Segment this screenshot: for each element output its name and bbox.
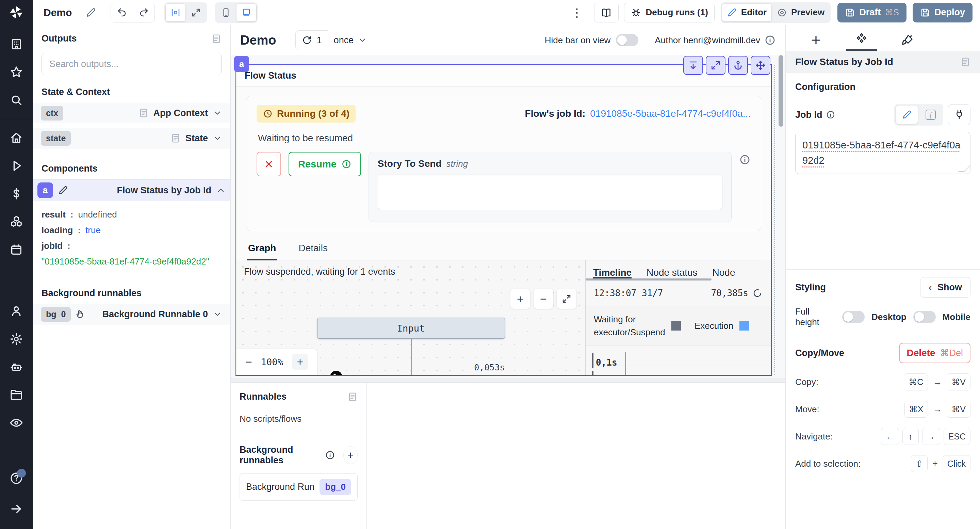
desktop-mobile-toggle[interactable] <box>913 311 936 323</box>
show-styling-button[interactable]: ‹ Show <box>920 277 970 298</box>
component-edit-pencil-icon[interactable] <box>58 185 68 195</box>
template-input-mode-button[interactable]: f <box>920 105 942 124</box>
full-height-toggle[interactable] <box>842 311 865 323</box>
prop-jobid-value[interactable]: "0191085e-5baa-81ef-4774-c9ef4f0a92d2" <box>41 253 221 269</box>
state-row[interactable]: state State <box>33 128 231 148</box>
preview-tab[interactable]: Preview <box>772 4 829 21</box>
info-icon[interactable] <box>325 450 335 460</box>
workspace-icon[interactable] <box>10 37 23 51</box>
move-icon <box>755 60 766 71</box>
info-icon[interactable] <box>826 110 835 120</box>
expand-sidebar-arrow-icon[interactable] <box>10 502 23 516</box>
expand-arrows-icon <box>191 8 201 18</box>
static-input-mode-button[interactable] <box>896 105 918 124</box>
debug-runs-button[interactable]: Debug runs (1) <box>624 3 714 22</box>
editor-preview-toggle: Editor Preview <box>721 2 830 23</box>
connect-input-button[interactable] <box>948 104 970 125</box>
expand-component-button[interactable] <box>706 56 725 75</box>
prop-jobid[interactable]: jobId: <box>41 238 221 253</box>
draft-button[interactable]: Draft ⌘S <box>837 3 907 22</box>
editor-tab[interactable]: Editor <box>722 4 772 21</box>
redo-button[interactable] <box>133 3 154 22</box>
component-a-row[interactable]: a Flow Status by Job Id <box>33 179 231 201</box>
resources-cubes-icon[interactable] <box>10 215 23 228</box>
outputs-title: Outputs <box>41 33 76 44</box>
resize-handle-icon[interactable] <box>958 166 970 172</box>
selection-outline <box>235 64 772 376</box>
search-icon[interactable] <box>10 93 23 107</box>
mobile-label: Mobile <box>943 312 970 322</box>
move-to-bottom-button[interactable] <box>683 56 703 75</box>
help-button[interactable] <box>10 472 23 489</box>
bg-runnable-badge: bg_0 <box>320 479 351 495</box>
outputs-doc-icon[interactable] <box>211 34 221 44</box>
tab-global-styling[interactable] <box>892 34 923 51</box>
deploy-button[interactable]: Deploy <box>913 3 972 22</box>
background-runnable-item[interactable]: Background Runna... bg_0 <box>240 473 358 501</box>
drag-move-handle[interactable] <box>751 56 770 75</box>
outputs-search[interactable] <box>41 53 221 75</box>
ctx-type-label: App Context <box>153 108 208 118</box>
component-name: Flow Status by Job Id <box>117 185 211 196</box>
undo-redo-group <box>111 3 155 22</box>
tab-insert-component[interactable] <box>801 34 831 51</box>
draft-shortcut: ⌘S <box>885 8 899 18</box>
canvas-vertical-scrollbar[interactable] <box>778 55 783 127</box>
full-width-button[interactable] <box>186 4 206 21</box>
bg0-row[interactable]: bg_0 Background Runnable 0 <box>33 304 231 324</box>
bg0-name: Background Runnable 0 <box>102 309 208 320</box>
schedule-mode-dropdown[interactable]: once <box>328 30 373 50</box>
chevron-down-icon <box>213 108 222 118</box>
paintbrush-icon <box>901 34 914 47</box>
device-preview-toggle <box>215 2 258 23</box>
chevron-up-icon <box>216 185 226 195</box>
schedules-calendar-icon[interactable] <box>10 243 23 257</box>
runnables-doc-icon[interactable] <box>347 392 358 402</box>
component-handles <box>683 56 770 75</box>
mobile-view-button[interactable] <box>216 4 236 21</box>
prop-loading[interactable]: loading:true <box>41 222 221 238</box>
anchor-component-button[interactable] <box>728 56 748 75</box>
app-canvas-title: Demo <box>240 33 276 48</box>
info-icon[interactable] <box>764 34 776 46</box>
delete-component-button[interactable]: Delete ⌘Del <box>899 343 970 363</box>
canvas-header: Demo 1 once Hide bar on view Author henr… <box>231 25 785 55</box>
full-height-label: Full height <box>795 306 835 327</box>
search-outputs-input[interactable] <box>49 59 215 70</box>
docs-button[interactable] <box>594 3 619 22</box>
more-menu-button[interactable]: ⋮ <box>568 7 586 18</box>
workers-robot-icon[interactable] <box>10 360 23 374</box>
settings-gear-icon[interactable] <box>10 332 23 346</box>
prop-result[interactable]: result:undefined <box>41 207 221 222</box>
undo-button[interactable] <box>111 3 133 22</box>
rename-pencil-icon[interactable] <box>86 7 96 18</box>
configuration-title: Configuration <box>795 82 970 92</box>
expand-arrows-icon <box>710 60 721 71</box>
variables-dollar-icon[interactable] <box>10 187 23 201</box>
refresh-count-button[interactable]: 1 <box>295 30 328 50</box>
chevron-down-icon <box>358 35 367 45</box>
selected-component-tag[interactable]: a <box>234 56 249 72</box>
canvas-horizontal-scrollbar[interactable] <box>231 378 785 382</box>
folders-icon[interactable] <box>10 388 23 402</box>
app-canvas[interactable]: a Flow Status Running (3 of <box>231 55 785 378</box>
desktop-view-button[interactable] <box>237 4 256 21</box>
add-background-runnable-button[interactable]: + <box>343 446 358 464</box>
tab-component-settings[interactable] <box>846 32 877 51</box>
settings-doc-icon[interactable] <box>960 57 970 67</box>
deploy-save-icon <box>920 8 930 18</box>
audit-eye-icon[interactable] <box>10 416 23 430</box>
refresh-icon <box>302 35 312 45</box>
users-icon[interactable] <box>10 304 23 318</box>
windmill-app-editor: Demo ⋮ Debug runs (1) Editor <box>0 0 980 529</box>
windmill-logo[interactable] <box>0 0 33 25</box>
job-id-input[interactable]: 0191085e-5baa-81ef-4774-c9ef4f0a92d2 <box>795 132 970 174</box>
home-icon[interactable] <box>10 131 23 145</box>
centered-layout-button[interactable] <box>166 4 185 21</box>
ctx-row[interactable]: ctx App Context <box>33 103 231 123</box>
windmill-logo-icon <box>9 5 24 20</box>
book-icon <box>601 7 612 18</box>
hide-bar-toggle[interactable] <box>616 34 638 46</box>
runs-play-icon[interactable] <box>10 159 23 172</box>
favorites-star-icon[interactable] <box>10 65 23 79</box>
